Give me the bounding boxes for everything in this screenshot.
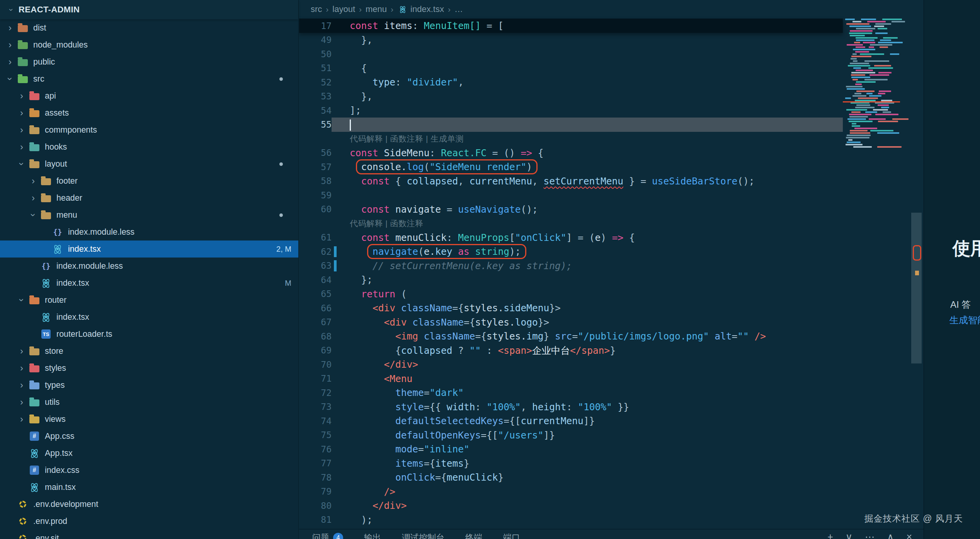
- tree-item-main.tsx[interactable]: main.tsx: [0, 479, 298, 496]
- line-number[interactable]: 69: [299, 345, 332, 355]
- tree-item-index.css[interactable]: #index.css: [0, 462, 298, 479]
- tree-item-commponents[interactable]: ›commponents: [0, 121, 298, 138]
- tree-item-utils[interactable]: ›utils: [0, 394, 298, 411]
- line-number[interactable]: 70: [299, 360, 332, 370]
- line-number[interactable]: 67: [299, 317, 332, 327]
- line-number[interactable]: 75: [299, 430, 332, 440]
- tree-item-hooks[interactable]: ›hooks: [0, 138, 298, 155]
- tree-item-menu[interactable]: ›menu: [0, 206, 298, 223]
- line-number[interactable]: 72: [299, 388, 332, 398]
- tree-item-.env.prod[interactable]: .env.prod: [0, 513, 298, 530]
- more-actions-button[interactable]: ⋯: [865, 531, 875, 539]
- code-line-81[interactable]: 81 );: [299, 513, 924, 527]
- line-number[interactable]: 73: [299, 402, 332, 412]
- line-number[interactable]: 64: [299, 275, 332, 285]
- breadcrumb-item[interactable]: menu: [366, 4, 387, 14]
- code-line-53[interactable]: 53 },: [299, 89, 924, 104]
- ai-hint-text[interactable]: 代码解释 | 函数注释 | 生成单测: [332, 133, 464, 144]
- code-line-68[interactable]: 68 <img className={styles.img} src="/pub…: [299, 329, 924, 344]
- line-number[interactable]: 54: [299, 106, 332, 116]
- ai-hint-text[interactable]: 代码解释 | 函数注释: [332, 218, 424, 229]
- line-number[interactable]: 52: [299, 77, 332, 87]
- tree-item-index.tsx[interactable]: index.tsxM: [0, 275, 298, 292]
- line-number[interactable]: 56: [299, 148, 332, 158]
- code-line-50[interactable]: 50: [299, 47, 924, 61]
- tree-item-store[interactable]: ›store: [0, 343, 298, 360]
- tree-item-public[interactable]: ›public: [0, 53, 298, 70]
- new-terminal-button[interactable]: +: [827, 531, 833, 539]
- panel-tab-3[interactable]: 调试控制台: [402, 532, 444, 539]
- ai-generate-link[interactable]: 生成智能: [949, 314, 980, 326]
- tree-item-node_modules[interactable]: ›node_modules: [0, 36, 298, 53]
- code-line-77[interactable]: 77 items={items}: [299, 456, 924, 471]
- code-line-49[interactable]: 49 },: [299, 33, 924, 47]
- code-line-79[interactable]: 79 />: [299, 484, 924, 499]
- panel-tab-2[interactable]: 输出: [364, 532, 381, 539]
- code-line-78[interactable]: 78 onClick={menuClick}: [299, 471, 924, 485]
- breadcrumb-item[interactable]: layout: [332, 4, 355, 14]
- code-line-51[interactable]: 51 {: [299, 61, 924, 75]
- line-number[interactable]: 49: [299, 35, 332, 45]
- line-number[interactable]: 65: [299, 289, 332, 299]
- line-number[interactable]: 60: [299, 204, 332, 214]
- line-number[interactable]: 61: [299, 232, 332, 242]
- tree-item-header[interactable]: ›header: [0, 189, 298, 206]
- tree-item-api[interactable]: ›api: [0, 87, 298, 104]
- tree-item-views[interactable]: ›views: [0, 411, 298, 428]
- inline-ai-actions[interactable]: 代码解释 | 函数注释 | 生成单测: [299, 132, 924, 146]
- code-line-55[interactable]: 55: [299, 118, 924, 132]
- tree-item-routerLoader.ts[interactable]: TSrouterLoader.ts: [0, 326, 298, 343]
- code-line-70[interactable]: 70 </div>: [299, 358, 924, 372]
- line-number[interactable]: 78: [299, 472, 332, 483]
- tree-item-index.module.less[interactable]: {}index.module.less: [0, 258, 298, 275]
- line-number[interactable]: 55: [299, 119, 332, 130]
- tree-item-App.css[interactable]: #App.css: [0, 428, 298, 445]
- line-number[interactable]: 80: [299, 501, 332, 511]
- panel-tab-5[interactable]: 端口: [503, 532, 520, 539]
- line-number[interactable]: 74: [299, 416, 332, 426]
- code-line-63[interactable]: 63 // setCurrentMenu(e.key as string);: [299, 259, 924, 273]
- line-number[interactable]: 59: [299, 190, 332, 200]
- tree-item-router[interactable]: ›router: [0, 292, 298, 309]
- close-panel-button[interactable]: ×: [906, 531, 912, 539]
- code-line-75[interactable]: 75 defaultOpenKeys={["/users"]}: [299, 428, 924, 442]
- line-number[interactable]: 50: [299, 49, 332, 59]
- line-number[interactable]: 58: [299, 176, 332, 186]
- line-number[interactable]: 62: [299, 247, 332, 257]
- line-number[interactable]: 77: [299, 458, 332, 468]
- minimap[interactable]: [843, 19, 902, 258]
- scrollbar-thumb[interactable]: [911, 213, 922, 363]
- code-line-73[interactable]: 73 style={{ width: "100%", height: "100%…: [299, 400, 924, 414]
- breadcrumb-item[interactable]: index.tsx: [397, 4, 444, 15]
- line-number[interactable]: 79: [299, 486, 332, 496]
- code-line-58[interactable]: 58 const { collapsed, currentMenu, setCu…: [299, 174, 924, 188]
- maximize-panel-button[interactable]: ∧: [887, 531, 894, 539]
- terminal-select-dropdown[interactable]: ∨: [846, 531, 852, 539]
- code-line-69[interactable]: 69 {collapsed ? "" : <span>企业中台</span>}: [299, 343, 924, 358]
- tree-item-dist[interactable]: ›dist: [0, 19, 298, 36]
- breadcrumb-item[interactable]: …: [454, 4, 463, 14]
- tree-item-index.tsx[interactable]: index.tsx: [0, 309, 298, 326]
- code-line-56[interactable]: 56const SideMenu: React.FC = () => {: [299, 146, 924, 160]
- code-area[interactable]: 49 },5051 {52 type: "divider",53 },54];5…: [299, 33, 924, 539]
- tree-item-App.tsx[interactable]: App.tsx: [0, 445, 298, 462]
- line-number[interactable]: 57: [299, 162, 332, 172]
- code-line-60[interactable]: 60 const navigate = useNavigate();: [299, 202, 924, 217]
- line-number[interactable]: 53: [299, 91, 332, 101]
- inline-ai-actions[interactable]: 代码解释 | 函数注释: [299, 217, 924, 231]
- code-line-71[interactable]: 71 <Menu: [299, 372, 924, 386]
- code-line-74[interactable]: 74 defaultSelectedKeys={[currentMenu]}: [299, 414, 924, 428]
- code-line-65[interactable]: 65 return (: [299, 287, 924, 301]
- sticky-scroll-line[interactable]: 17 const items: MenuItem[] = [: [299, 19, 843, 33]
- editor-scrollbar[interactable]: [909, 0, 924, 528]
- code-line-66[interactable]: 66 <div className={styles.sideMenu}>: [299, 301, 924, 316]
- panel-tab-4[interactable]: 终端: [465, 532, 482, 539]
- tree-item-.env.development[interactable]: .env.development: [0, 496, 298, 513]
- code-line-62[interactable]: 62 navigate(e.key as string);: [299, 245, 924, 259]
- line-number[interactable]: 63: [299, 261, 332, 271]
- tree-item-src[interactable]: ›src: [0, 70, 298, 87]
- code-line-61[interactable]: 61 const menuClick: MenuProps["onClick"]…: [299, 230, 924, 245]
- tree-item-styles[interactable]: ›styles: [0, 360, 298, 377]
- breadcrumb-item[interactable]: src: [311, 4, 322, 14]
- line-number[interactable]: 68: [299, 331, 332, 341]
